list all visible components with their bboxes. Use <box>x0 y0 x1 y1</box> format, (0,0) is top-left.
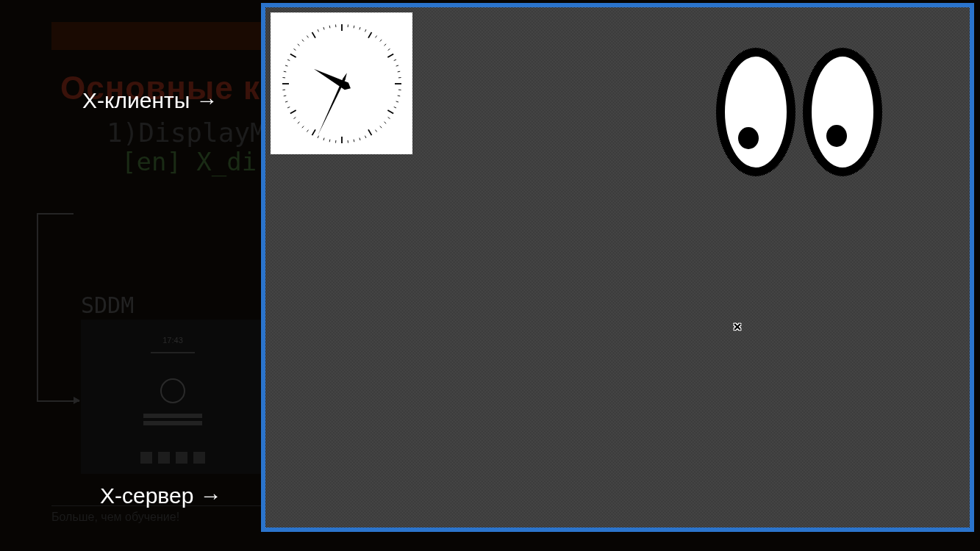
svg-line-40 <box>290 110 296 114</box>
svg-line-55 <box>312 32 315 37</box>
svg-line-28 <box>354 139 354 142</box>
svg-marker-60 <box>312 65 352 91</box>
svg-line-43 <box>283 96 286 96</box>
svg-line-23 <box>379 126 381 128</box>
x-server-window[interactable]: × <box>261 3 974 532</box>
svg-line-53 <box>301 39 303 41</box>
xeyes-right-pupil <box>826 125 847 147</box>
xeyes-window[interactable] <box>716 48 893 191</box>
connector-line <box>37 213 40 400</box>
svg-line-48 <box>285 65 287 65</box>
svg-marker-61 <box>316 72 348 135</box>
label-x-clients: X-клиенты → <box>82 88 218 113</box>
bg-sddm-icons <box>140 452 205 464</box>
svg-line-11 <box>393 60 396 60</box>
svg-line-18 <box>396 101 398 101</box>
svg-line-42 <box>285 101 287 101</box>
svg-line-9 <box>387 48 390 50</box>
svg-line-22 <box>384 121 386 123</box>
svg-line-5 <box>368 32 372 37</box>
svg-line-8 <box>384 43 386 45</box>
bg-sddm-line <box>143 414 202 418</box>
svg-line-54 <box>307 35 308 37</box>
svg-line-56 <box>318 29 318 32</box>
svg-line-41 <box>287 107 290 107</box>
svg-line-27 <box>359 137 360 140</box>
bg-list-item-2: [en] X_di <box>121 147 257 176</box>
svg-line-24 <box>375 129 376 132</box>
svg-line-12 <box>396 65 398 65</box>
svg-line-17 <box>397 96 400 96</box>
svg-line-19 <box>393 107 396 107</box>
svg-line-13 <box>397 71 400 72</box>
x-cursor: × <box>733 319 742 334</box>
bg-sddm-label: SDDM <box>81 292 134 318</box>
svg-line-39 <box>293 117 296 118</box>
svg-line-10 <box>387 54 393 57</box>
svg-line-49 <box>287 60 290 60</box>
xclock-window[interactable] <box>271 12 412 154</box>
bg-sddm-avatar <box>160 378 185 403</box>
bg-sddm-line <box>143 421 202 425</box>
bg-list-item-1: 1)DisplayMa <box>107 118 282 148</box>
xeyes-right-eye <box>803 48 882 176</box>
svg-line-58 <box>329 25 330 28</box>
svg-line-6 <box>375 35 376 37</box>
bg-sddm-line <box>151 352 195 353</box>
svg-line-50 <box>290 54 296 57</box>
svg-line-32 <box>329 139 330 142</box>
svg-line-38 <box>297 121 299 123</box>
xeyes-left-eye <box>716 48 795 176</box>
svg-line-51 <box>293 48 296 50</box>
svg-line-57 <box>323 26 323 29</box>
xeyes-left-pupil <box>738 127 759 149</box>
bg-sddm-screenshot: 17:43 <box>81 320 265 474</box>
svg-line-7 <box>379 39 381 41</box>
svg-line-4 <box>365 29 365 32</box>
svg-line-36 <box>307 129 308 132</box>
svg-line-3 <box>359 26 360 29</box>
svg-line-34 <box>318 135 318 137</box>
svg-line-52 <box>297 43 299 45</box>
svg-line-20 <box>387 110 393 114</box>
svg-line-26 <box>365 135 365 137</box>
connector-line <box>37 213 74 216</box>
svg-line-21 <box>387 117 390 118</box>
connector-arrow <box>74 397 80 404</box>
label-x-server: X-сервер → <box>100 483 222 508</box>
bg-sddm-time: 17:43 <box>162 336 183 345</box>
svg-line-35 <box>312 129 315 135</box>
clock-face <box>276 18 408 150</box>
svg-line-25 <box>368 129 372 135</box>
svg-line-2 <box>354 25 354 28</box>
bg-footer: Больше, чем обучение! <box>51 511 179 524</box>
svg-line-37 <box>301 126 303 128</box>
svg-line-47 <box>283 71 286 72</box>
svg-line-33 <box>323 137 323 140</box>
